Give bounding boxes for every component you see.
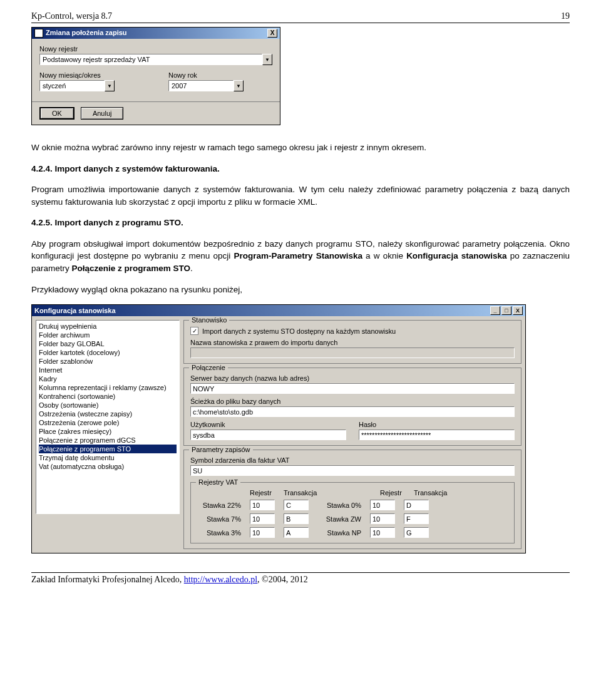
checkbox-import-all[interactable]: ✓ Import danych z systemu STO dostępny n… (190, 327, 515, 335)
paragraph: Aby program obsługiwał import dokumentów… (31, 238, 570, 275)
rate-label: Stawka 0% (317, 502, 361, 509)
group-legend: Rejestry VAT (196, 478, 240, 486)
group-params: Parametry zapisów Symbol zdarzenia dla f… (183, 450, 521, 549)
input-transaction[interactable] (284, 513, 309, 524)
list-item[interactable]: Folder archiwum (39, 331, 177, 339)
col-header: Rejestr (380, 489, 405, 497)
input-transaction[interactable] (284, 527, 309, 538)
list-item[interactable]: Ostrzeżenia (zerowe pole) (39, 418, 177, 427)
document-body: W oknie można wybrać zarówno inny rejest… (31, 142, 570, 296)
label-password: Hasło (359, 421, 515, 428)
list-item[interactable]: Płace (zakres miesięcy) (39, 427, 177, 436)
input-registry[interactable] (250, 500, 275, 510)
checkbox-label: Import danych z systemu STO dostępny na … (202, 327, 396, 335)
minimize-icon[interactable]: _ (490, 306, 500, 315)
titlebar[interactable]: Konfiguracja stanowiska _ □ X (32, 305, 525, 316)
label-registry: Nowy rejestr (39, 45, 272, 53)
page-number: 19 (561, 11, 570, 21)
list-item[interactable]: Drukuj wypełnienia (39, 322, 177, 331)
settings-list[interactable]: Drukuj wypełnieniaFolder archiwumFolder … (36, 320, 180, 514)
paragraph: Przykładowy wygląd okna pokazano na rysu… (31, 284, 570, 296)
input-registry[interactable] (370, 527, 395, 538)
paragraph: Program umożliwia importowanie danych z … (31, 183, 570, 208)
input-registry[interactable] (39, 54, 262, 65)
vat-row: Stawka 3%Stawka NP (197, 527, 508, 538)
close-icon[interactable]: X (267, 29, 277, 38)
input-station-name[interactable] (190, 347, 515, 358)
col-header: Transakcja (414, 489, 458, 497)
input-transaction[interactable] (404, 527, 429, 538)
input-registry[interactable] (250, 527, 275, 538)
titlebar[interactable]: Zmiana położenia zapisu X (32, 28, 280, 39)
maximize-icon[interactable]: □ (501, 306, 511, 315)
cancel-button[interactable]: Anuluj (81, 107, 124, 120)
heading-425: 4.2.5. Import danych z programu STO. (31, 217, 570, 229)
chevron-down-icon[interactable]: ▼ (262, 54, 272, 65)
window-title: Zmiana położenia zapisu (46, 29, 127, 36)
checkbox-icon[interactable]: ✓ (190, 327, 198, 335)
footer-text: Zakład Informatyki Profesjonalnej Alcedo… (31, 575, 184, 584)
input-password[interactable] (359, 430, 515, 440)
dialog-config: Konfiguracja stanowiska _ □ X Drukuj wyp… (31, 304, 526, 553)
input-registry[interactable] (370, 500, 395, 510)
vat-row: Stawka 7%Stawka ZW (197, 513, 508, 524)
paragraph: W oknie można wybrać zarówno inny rejest… (31, 142, 570, 154)
input-transaction[interactable] (404, 513, 429, 524)
vat-row: Stawka 22%Stawka 0% (197, 500, 508, 510)
input-user[interactable] (190, 430, 346, 440)
footer-link[interactable]: http://www.alcedo.pl (184, 575, 257, 584)
ok-button[interactable]: OK (39, 107, 74, 120)
input-transaction[interactable] (284, 500, 309, 510)
col-header: Rejestr (250, 489, 275, 497)
chevron-down-icon[interactable]: ▼ (105, 80, 115, 91)
heading-424: 4.2.4. Import danych z systemów fakturow… (31, 163, 570, 175)
group-legend: Połączenie (189, 364, 228, 371)
rate-label: Stawka 22% (197, 502, 241, 509)
footer-text: , ©2004, 2012 (257, 575, 308, 584)
label-month: Nowy miesiąc/okres (39, 71, 143, 79)
col-header: Transakcja (284, 489, 327, 497)
input-server[interactable] (190, 383, 515, 394)
list-item[interactable]: Osoby (sortowanie) (39, 401, 177, 409)
label-server: Serwer bazy danych (nazwa lub adres) (190, 374, 515, 382)
list-item[interactable]: Vat (automatyczna obsługa) (39, 462, 177, 471)
page-footer: Zakład Informatyki Profesjonalnej Alcedo… (31, 572, 570, 585)
list-item[interactable]: Kolumna reprezentacji i reklamy (zawsze) (39, 383, 177, 392)
rate-label: Stawka NP (317, 529, 361, 537)
list-item[interactable]: Internet (39, 366, 177, 374)
input-year[interactable] (168, 80, 234, 91)
list-item[interactable]: Trzymaj datę dokumentu (39, 453, 177, 462)
doc-title: Kp-Control, wersja 8.7 (31, 11, 112, 21)
list-item[interactable]: Kadry (39, 374, 177, 383)
list-item[interactable]: Ostrzeżenia (wsteczne zapisy) (39, 409, 177, 418)
rate-label: Stawka ZW (317, 515, 361, 523)
close-icon[interactable]: X (513, 306, 523, 315)
window-title: Konfiguracja stanowiska (34, 307, 116, 314)
input-symbol[interactable] (190, 465, 515, 476)
list-item[interactable]: Połączenie z programem dGCS (39, 436, 177, 445)
list-item[interactable]: Folder szablonów (39, 357, 177, 366)
rate-label: Stawka 7% (197, 515, 241, 523)
input-transaction[interactable] (404, 500, 429, 510)
group-legend: Stanowisko (189, 316, 229, 324)
list-item[interactable]: Folder bazy GLOBAL (39, 339, 177, 348)
group-legend: Parametry zapisów (189, 446, 253, 453)
combo-year[interactable]: ▼ (168, 80, 244, 91)
list-item[interactable]: Połączenie z programem STO (39, 445, 177, 453)
dialog-change-position: Zmiana położenia zapisu X Nowy rejestr ▼… (31, 27, 280, 125)
rate-label: Stawka 3% (197, 529, 241, 537)
input-path[interactable] (190, 406, 515, 417)
combo-month[interactable]: ▼ (39, 80, 115, 91)
list-item[interactable]: Folder kartotek (docelowy) (39, 348, 177, 357)
group-stanowisko: Stanowisko ✓ Import danych z systemu STO… (183, 320, 521, 364)
chevron-down-icon[interactable]: ▼ (234, 80, 244, 91)
input-registry[interactable] (250, 513, 275, 524)
input-registry[interactable] (370, 513, 395, 524)
page-header: Kp-Control, wersja 8.7 19 (31, 11, 570, 23)
input-month[interactable] (39, 80, 105, 91)
list-item[interactable]: Kontrahenci (sortowanie) (39, 392, 177, 401)
combo-registry[interactable]: ▼ (39, 54, 272, 65)
label-year: Nowy rok (168, 71, 272, 79)
label-path: Ścieżka do pliku bazy danych (190, 398, 515, 405)
label-station-name: Nazwa stanowiska z prawem do importu dan… (190, 339, 515, 346)
